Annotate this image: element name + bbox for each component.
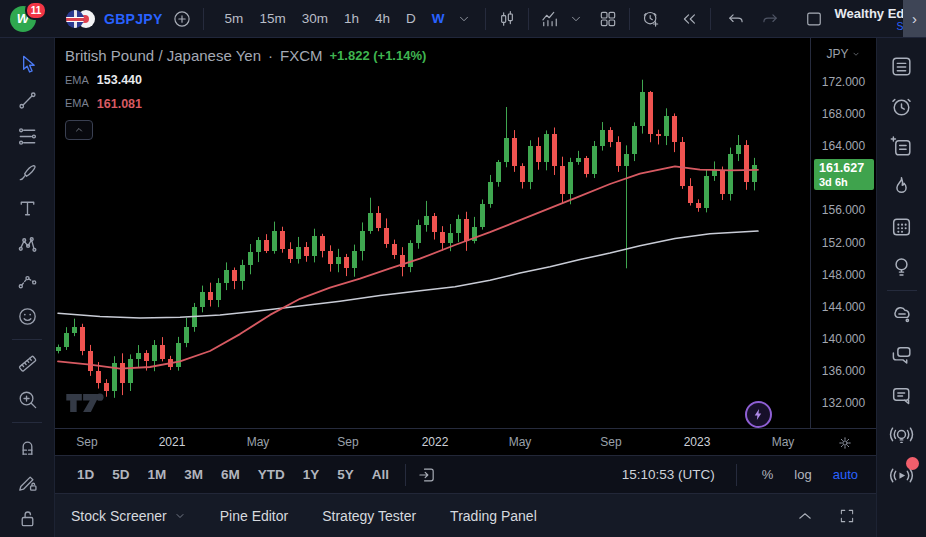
range-ytd-button[interactable]: YTD — [250, 463, 293, 486]
measure-tool-icon[interactable] — [8, 345, 46, 381]
ideas-icon[interactable] — [883, 246, 921, 286]
wealthy-education-logo[interactable]: W 11 — [10, 4, 44, 34]
candle — [264, 240, 269, 250]
magnet-mode-tool-icon[interactable] — [8, 428, 46, 464]
time-tick-label: 2022 — [422, 435, 449, 449]
candle — [456, 219, 461, 233]
percent-scale-button[interactable]: % — [758, 465, 778, 484]
brush-tool-icon[interactable] — [8, 154, 46, 190]
candle — [440, 232, 445, 242]
lock-all-drawings-tool-icon[interactable] — [8, 500, 46, 536]
candle — [88, 351, 93, 371]
candle — [368, 213, 373, 231]
divider — [736, 464, 737, 486]
timeframe-15m[interactable]: 15m — [252, 7, 292, 30]
trend-line-tool-icon[interactable] — [8, 82, 46, 118]
auto-scale-button[interactable]: auto — [829, 465, 862, 484]
timeframe-30m[interactable]: 30m — [295, 7, 335, 30]
candlestick-style-icon[interactable] — [494, 6, 520, 32]
date-range-group: 1D5D1M3M6MYTD1Y5YAll — [69, 463, 397, 486]
text-tool-icon[interactable] — [8, 190, 46, 226]
undo-icon[interactable] — [723, 6, 749, 32]
candle — [608, 130, 613, 142]
instant-trading-lightning-icon[interactable] — [745, 401, 772, 428]
range-1m-button[interactable]: 1M — [140, 463, 175, 486]
tab-pine-editor[interactable]: Pine Editor — [220, 508, 288, 524]
tab-strategy-tester[interactable]: Strategy Tester — [322, 508, 416, 524]
indicator-name[interactable]: EMA — [65, 98, 89, 109]
fullscreen-icon[interactable] — [834, 503, 860, 529]
candle — [56, 347, 61, 351]
range-1y-button[interactable]: 1Y — [295, 463, 328, 486]
forecast-tool-icon[interactable] — [8, 262, 46, 298]
fib-retracement-tool-icon[interactable] — [8, 118, 46, 154]
bar-replay-icon[interactable] — [676, 6, 702, 32]
range-6m-button[interactable]: 6M — [213, 463, 248, 486]
emoji-tool-icon[interactable] — [8, 298, 46, 334]
timeframe-D[interactable]: D — [399, 7, 423, 30]
time-axis[interactable]: Sep2021MaySep2022MaySep2023May — [55, 428, 876, 455]
alert-plus-icon[interactable] — [638, 6, 664, 32]
time-tick-label: May — [247, 435, 270, 449]
candle — [512, 138, 517, 166]
session-clock[interactable]: 15:10:53 (UTC) — [622, 467, 715, 482]
streams-icon[interactable] — [883, 455, 921, 495]
timeframe-5m[interactable]: 5m — [218, 7, 251, 30]
broadcasts-icon[interactable] — [883, 415, 921, 455]
range-1d-button[interactable]: 1D — [69, 463, 102, 486]
range-5d-button[interactable]: 5D — [104, 463, 137, 486]
notes-icon[interactable] — [883, 126, 921, 166]
timeframe-4h[interactable]: 4h — [368, 7, 397, 30]
timeframe-chevron-down-icon[interactable] — [451, 6, 477, 32]
range-5y-button[interactable]: 5Y — [329, 463, 362, 486]
candle — [120, 363, 125, 383]
right-sidebar — [876, 38, 926, 537]
price-axis[interactable]: JPY 172.000168.000164.000156.000152.0001… — [810, 38, 876, 428]
legend-collapse-button[interactable] — [65, 120, 93, 140]
symbol-search-button[interactable]: GBPJPY — [60, 5, 169, 33]
range-3m-button[interactable]: 3M — [176, 463, 211, 486]
indicators-chevron-down-icon[interactable] — [563, 6, 589, 32]
divider — [485, 8, 486, 30]
candle — [208, 292, 213, 300]
tab-stock-screener[interactable]: Stock Screener — [71, 508, 186, 524]
chart-settings-gear-icon[interactable] — [834, 432, 856, 454]
private-messages-icon[interactable] — [883, 375, 921, 415]
range-all-button[interactable]: All — [364, 463, 397, 486]
price-tick-label: 164.000 — [811, 139, 876, 153]
indicators-icon[interactable] — [537, 6, 563, 32]
minds-icon[interactable] — [883, 295, 921, 335]
candle — [336, 257, 341, 264]
panel-toggle-icon[interactable]: › — [903, 0, 926, 37]
calendar-icon[interactable] — [883, 206, 921, 246]
chevron-down-icon[interactable] — [174, 510, 186, 522]
watchlist-icon[interactable] — [883, 46, 921, 86]
time-tick-label: 2021 — [159, 435, 186, 449]
timeframe-W[interactable]: W — [425, 7, 452, 30]
symbol-title[interactable]: British Pound / Japanese Yen — [65, 48, 261, 63]
alerts-icon[interactable] — [883, 86, 921, 126]
layout-square-icon[interactable] — [801, 6, 827, 32]
axis-currency-selector[interactable]: JPY — [826, 47, 860, 61]
chart-canvas[interactable]: British Pound / Japanese Yen · FXCM +1.8… — [55, 38, 810, 428]
indicator-name[interactable]: EMA — [65, 75, 89, 86]
timeframe-1h[interactable]: 1h — [337, 7, 366, 30]
layout-grid-icon[interactable] — [595, 6, 621, 32]
redo-icon[interactable] — [757, 6, 783, 32]
exchange-label: FXCM — [280, 48, 323, 63]
notification-dot — [906, 457, 919, 470]
price-tick-label: 144.000 — [811, 300, 876, 314]
hotlists-icon[interactable] — [883, 166, 921, 206]
expand-panel-chevron-up-icon[interactable] — [792, 503, 818, 529]
cursor-tool-icon[interactable] — [8, 46, 46, 82]
tab-trading-panel[interactable]: Trading Panel — [450, 508, 537, 524]
compare-add-icon[interactable] — [169, 6, 195, 32]
zoom-in-tool-icon[interactable] — [8, 381, 46, 417]
tradingview-watermark-icon — [65, 390, 109, 419]
go-to-date-icon[interactable] — [414, 462, 440, 488]
notification-count-badge: 11 — [25, 1, 47, 20]
log-scale-button[interactable]: log — [790, 465, 815, 484]
stay-in-drawing-mode-tool-icon[interactable] — [8, 464, 46, 500]
public-chats-icon[interactable] — [883, 335, 921, 375]
pattern-tool-icon[interactable] — [8, 226, 46, 262]
